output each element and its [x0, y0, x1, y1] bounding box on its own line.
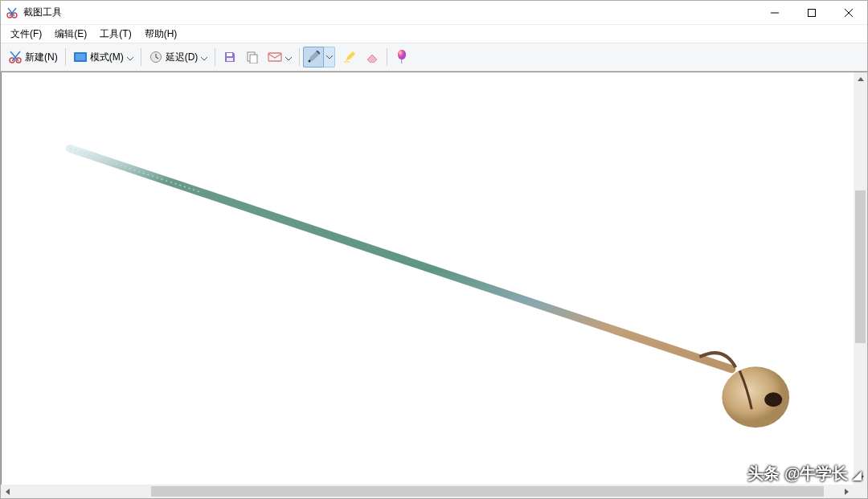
clock-icon: [149, 50, 163, 64]
copy-icon: [245, 50, 260, 64]
pen-tool-group: [303, 46, 335, 68]
scroll-thumb[interactable]: [151, 486, 824, 497]
scroll-track[interactable]: [14, 485, 840, 498]
scroll-left-arrow[interactable]: [1, 485, 14, 498]
separator: [387, 48, 387, 66]
svg-rect-6: [76, 54, 85, 60]
svg-rect-14: [344, 61, 350, 63]
new-snip-label: 新建(N): [25, 51, 58, 64]
chevron-down-icon: [326, 55, 333, 59]
minimize-button[interactable]: [756, 1, 793, 25]
scroll-down-arrow[interactable]: [854, 471, 867, 485]
pen-icon: [306, 50, 321, 64]
send-button[interactable]: [264, 47, 296, 67]
pen-dropdown[interactable]: [324, 47, 335, 67]
highlighter-button[interactable]: [338, 47, 361, 67]
scroll-track[interactable]: [854, 86, 867, 471]
svg-point-16: [398, 50, 406, 59]
separator: [299, 48, 300, 66]
app-icon: [6, 6, 18, 19]
mode-button[interactable]: 模式(M): [69, 47, 137, 67]
scroll-corner: [854, 485, 867, 498]
canvas-area[interactable]: [1, 72, 867, 498]
svg-rect-8: [227, 53, 232, 56]
svg-rect-11: [250, 55, 257, 63]
eraser-icon: [365, 50, 379, 64]
mode-rect-icon: [73, 50, 88, 64]
menubar: 文件(F) 编辑(E) 工具(T) 帮助(H): [1, 25, 867, 43]
svg-rect-2: [809, 9, 816, 16]
menu-edit[interactable]: 编辑(E): [48, 26, 93, 43]
balloon-icon: [395, 50, 409, 64]
save-icon: [223, 50, 237, 64]
svg-rect-12: [268, 53, 281, 61]
chevron-down-icon: [285, 50, 292, 64]
pen-button[interactable]: [303, 47, 324, 67]
scissors-icon: [8, 50, 23, 64]
new-snip-button[interactable]: 新建(N): [4, 47, 62, 67]
svg-rect-9: [227, 58, 233, 61]
delay-label: 延迟(D): [166, 51, 199, 64]
separator: [141, 48, 141, 66]
chevron-down-icon: [127, 50, 133, 64]
copy-button[interactable]: [241, 47, 264, 67]
app-window: 截图工具 文件(F) 编辑(E) 工具(T) 帮助(H) 新建(: [0, 0, 868, 499]
menu-help[interactable]: 帮助(H): [138, 26, 184, 43]
svg-point-13: [309, 60, 311, 63]
horizontal-scrollbar[interactable]: [1, 485, 854, 498]
scroll-thumb[interactable]: [855, 190, 866, 343]
mode-label: 模式(M): [90, 51, 124, 64]
svg-point-18: [764, 392, 782, 407]
window-title: 截图工具: [23, 6, 62, 19]
separator: [65, 48, 66, 66]
menu-tools[interactable]: 工具(T): [93, 26, 137, 43]
paint3d-button[interactable]: [391, 47, 413, 67]
snip-content: [2, 72, 866, 497]
eraser-button[interactable]: [361, 47, 383, 67]
vertical-scrollbar[interactable]: [854, 72, 867, 485]
mail-icon: [268, 50, 282, 64]
titlebar: 截图工具: [1, 1, 867, 25]
close-button[interactable]: [830, 1, 867, 25]
chevron-down-icon: [201, 50, 207, 64]
save-button[interactable]: [219, 47, 241, 67]
delay-button[interactable]: 延迟(D): [145, 47, 212, 67]
highlighter-icon: [342, 50, 357, 64]
scroll-up-arrow[interactable]: [854, 72, 867, 86]
menu-file[interactable]: 文件(F): [4, 26, 48, 43]
toolbar: 新建(N) 模式(M) 延迟(D): [1, 43, 867, 72]
separator: [215, 48, 215, 66]
scroll-right-arrow[interactable]: [840, 485, 854, 498]
maximize-button[interactable]: [793, 1, 830, 25]
